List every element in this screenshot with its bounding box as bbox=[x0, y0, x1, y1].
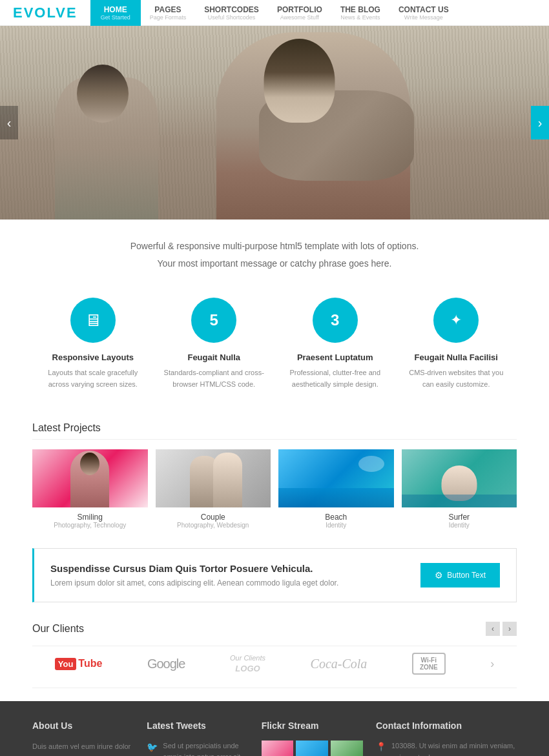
feature-cms: ✦ Feugait Nulla Facilisi CMS-driven webs… bbox=[396, 291, 517, 396]
cta-text: Suspendisse Cursus Diam Quis Tortor Posu… bbox=[50, 563, 338, 587]
flickr-thumb-1[interactable] bbox=[262, 741, 294, 756]
nav-blog-label: THE BLOG bbox=[340, 5, 380, 14]
project-surfer-thumb bbox=[402, 449, 517, 507]
clients-nav: ‹ › bbox=[486, 622, 517, 636]
tweet-1: 🐦 Sed ut perspiciatis unde omnis iste na… bbox=[147, 741, 248, 756]
projects-title: Latest Projects bbox=[32, 422, 517, 440]
nav-portfolio[interactable]: PORTFOLIO Awesome Stuff bbox=[268, 0, 331, 26]
features-section: 🖥 Responsive Layouts Layouts that scale … bbox=[0, 285, 549, 416]
nav-blog-sub: News & Events bbox=[340, 14, 380, 21]
feature-css3: 3 Praesent Luptatum Professional, clutte… bbox=[274, 291, 396, 396]
feature-html5-desc: Standards-compliant and cross-browser HT… bbox=[163, 367, 265, 390]
contact-address: 103088. Ut wisi enim ad minim veniam, qu… bbox=[391, 741, 517, 756]
feature-responsive-title: Responsive Layouts bbox=[42, 352, 144, 362]
nav-pages-label: PAGES bbox=[150, 5, 187, 14]
footer-contact: Contact Information 📍 103088. Ut wisi en… bbox=[376, 720, 517, 756]
projects-grid: Smiling Photography, Technology Couple P… bbox=[32, 449, 517, 529]
footer-flickr: Flickr Stream bbox=[262, 720, 363, 756]
nav-home-label: HOME bbox=[101, 5, 130, 14]
feature-responsive: 🖥 Responsive Layouts Layouts that scale … bbox=[32, 291, 154, 396]
project-smiling[interactable]: Smiling Photography, Technology bbox=[32, 449, 148, 529]
nav-contact-sub: Write Message bbox=[399, 14, 449, 21]
project-couple-category: Photography, Webdesign bbox=[156, 522, 271, 529]
clients-section: Our Clients ‹ › YouTube Google Our Clien… bbox=[0, 615, 549, 701]
feature-cms-title: Feugait Nulla Facilisi bbox=[406, 352, 508, 362]
clients-next-button[interactable]: › bbox=[502, 622, 517, 636]
tagline-line2: Your most important message or catchy ph… bbox=[52, 255, 497, 272]
project-beach-name: Beach bbox=[278, 513, 394, 522]
client-wifi[interactable]: Wi-FiZONE bbox=[412, 653, 446, 675]
footer: About Us Duis autem vel eum iriure dolor… bbox=[0, 701, 549, 756]
tweet-1-text: Sed ut perspiciatis unde omnis iste natu… bbox=[163, 741, 248, 756]
feature-cms-icon: ✦ bbox=[433, 298, 479, 343]
project-smiling-category: Photography, Technology bbox=[32, 522, 148, 529]
project-couple-name: Couple bbox=[156, 513, 271, 522]
footer-about-para1: Duis autem vel eum iriure dolor in hendr… bbox=[32, 741, 134, 756]
nav-blog[interactable]: THE BLOG News & Events bbox=[331, 0, 389, 26]
project-couple[interactable]: Couple Photography, Webdesign bbox=[156, 449, 271, 529]
project-surfer[interactable]: Surfer Identity bbox=[402, 449, 517, 529]
project-surfer-name: Surfer bbox=[402, 513, 517, 522]
main-nav: HOME Get Started PAGES Page Formats SHOR… bbox=[90, 0, 458, 26]
project-smiling-thumb bbox=[32, 449, 148, 507]
hero-section: ‹ › bbox=[0, 26, 549, 220]
nav-home-sub: Get Started bbox=[101, 14, 130, 21]
project-surfer-category: Identity bbox=[402, 522, 517, 529]
nav-shortcodes-sub: Useful Shortcodes bbox=[204, 14, 259, 21]
nav-shortcodes[interactable]: SHORTCODES Useful Shortcodes bbox=[195, 0, 268, 26]
footer-contact-title: Contact Information bbox=[376, 720, 517, 731]
feature-html5-title: Feugait Nulla bbox=[163, 352, 265, 362]
header: EVOLVE HOME Get Started PAGES Page Forma… bbox=[0, 0, 549, 26]
clients-header: Our Clients ‹ › bbox=[32, 622, 517, 636]
logo[interactable]: EVOLVE bbox=[0, 5, 90, 21]
hero-image bbox=[0, 26, 549, 220]
project-smiling-name: Smiling bbox=[32, 513, 148, 522]
footer-flickr-title: Flickr Stream bbox=[262, 720, 363, 731]
feature-css3-desc: Professional, clutter-free and aesthetic… bbox=[284, 367, 386, 390]
nav-contact[interactable]: CONTACT US Write Message bbox=[389, 0, 458, 26]
location-icon: 📍 bbox=[376, 742, 386, 751]
flickr-grid bbox=[262, 741, 363, 756]
client-custom-logo[interactable]: Our ClientsLOGO bbox=[230, 653, 265, 675]
nav-home[interactable]: HOME Get Started bbox=[90, 0, 141, 26]
nav-pages[interactable]: PAGES Page Formats bbox=[141, 0, 196, 26]
footer-tweets-title: Latest Tweets bbox=[147, 720, 248, 731]
project-beach-category: Identity bbox=[278, 522, 394, 529]
cta-description: Lorem ipsum dolor sit amet, cons adipisc… bbox=[50, 578, 338, 587]
feature-responsive-desc: Layouts that scale gracefully across var… bbox=[42, 367, 144, 390]
footer-about: About Us Duis autem vel eum iriure dolor… bbox=[32, 720, 134, 756]
cta-button-label: Button Text bbox=[447, 571, 486, 580]
project-beach[interactable]: Beach Identity bbox=[278, 449, 394, 529]
contact-address-row: 📍 103088. Ut wisi enim ad minim veniam, … bbox=[376, 741, 517, 756]
projects-section: Latest Projects Smiling Photography, Tec… bbox=[0, 416, 549, 542]
nav-pages-sub: Page Formats bbox=[150, 14, 187, 21]
client-google[interactable]: Google bbox=[147, 657, 185, 671]
footer-about-title: About Us bbox=[32, 720, 134, 731]
feature-html5-icon: 5 bbox=[191, 298, 236, 343]
feature-cms-desc: CMS-driven websites that you can easily … bbox=[406, 367, 508, 390]
cta-box: Suspendisse Cursus Diam Quis Tortor Posu… bbox=[32, 548, 517, 602]
clients-prev-button[interactable]: ‹ bbox=[486, 622, 500, 636]
clients-more-arrow[interactable]: › bbox=[490, 657, 494, 671]
flickr-thumb-2[interactable] bbox=[296, 741, 328, 756]
nav-portfolio-label: PORTFOLIO bbox=[277, 5, 322, 14]
hero-next-button[interactable]: › bbox=[531, 106, 549, 139]
project-couple-thumb bbox=[156, 449, 271, 507]
tagline-line1: Powerful & responsive multi-purpose html… bbox=[52, 238, 497, 255]
twitter-icon-1: 🐦 bbox=[147, 742, 158, 756]
tagline-section: Powerful & responsive multi-purpose html… bbox=[0, 220, 549, 285]
nav-contact-label: CONTACT US bbox=[399, 5, 449, 14]
feature-css3-title: Praesent Luptatum bbox=[284, 352, 386, 362]
feature-css3-icon: 3 bbox=[313, 298, 358, 343]
clients-title: Our Clients bbox=[32, 623, 84, 635]
nav-shortcodes-label: SHORTCODES bbox=[204, 5, 259, 14]
nav-portfolio-sub: Awesome Stuff bbox=[277, 14, 322, 21]
client-cocacola[interactable]: Coca-Cola bbox=[311, 657, 368, 671]
hero-prev-button[interactable]: ‹ bbox=[0, 106, 18, 139]
client-youtube[interactable]: YouTube bbox=[55, 658, 103, 670]
project-beach-thumb bbox=[278, 449, 394, 507]
footer-tweets: Latest Tweets 🐦 Sed ut perspiciatis unde… bbox=[147, 720, 248, 756]
flickr-thumb-3[interactable] bbox=[331, 741, 363, 756]
cta-button[interactable]: ⚙ Button Text bbox=[420, 563, 500, 587]
cta-button-icon: ⚙ bbox=[435, 570, 443, 580]
